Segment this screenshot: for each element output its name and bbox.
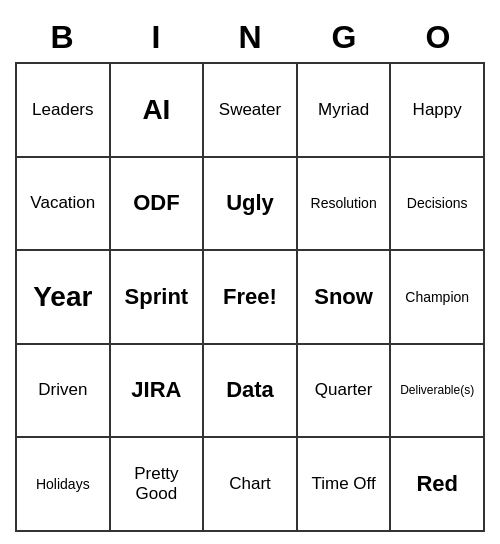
header-letter: G bbox=[297, 12, 391, 62]
bingo-cell-15: Driven bbox=[17, 345, 111, 439]
bingo-header: BINGO bbox=[15, 12, 485, 62]
bingo-cell-22: Chart bbox=[204, 438, 298, 532]
bingo-cell-18: Quarter bbox=[298, 345, 392, 439]
bingo-cell-0: Leaders bbox=[17, 64, 111, 158]
bingo-cell-17: Data bbox=[204, 345, 298, 439]
bingo-cell-3: Myriad bbox=[298, 64, 392, 158]
bingo-cell-24: Red bbox=[391, 438, 485, 532]
bingo-cell-2: Sweater bbox=[204, 64, 298, 158]
bingo-cell-19: Deliverable(s) bbox=[391, 345, 485, 439]
bingo-cell-4: Happy bbox=[391, 64, 485, 158]
bingo-cell-11: Sprint bbox=[111, 251, 205, 345]
bingo-cell-20: Holidays bbox=[17, 438, 111, 532]
header-letter: O bbox=[391, 12, 485, 62]
bingo-cell-12: Free! bbox=[204, 251, 298, 345]
bingo-cell-21: Pretty Good bbox=[111, 438, 205, 532]
bingo-cell-1: AI bbox=[111, 64, 205, 158]
bingo-cell-14: Champion bbox=[391, 251, 485, 345]
header-letter: I bbox=[109, 12, 203, 62]
bingo-cell-13: Snow bbox=[298, 251, 392, 345]
bingo-cell-9: Decisions bbox=[391, 158, 485, 252]
bingo-cell-16: JIRA bbox=[111, 345, 205, 439]
bingo-card: BINGO LeadersAISweaterMyriadHappyVacatio… bbox=[15, 12, 485, 532]
bingo-cell-7: Ugly bbox=[204, 158, 298, 252]
bingo-cell-10: Year bbox=[17, 251, 111, 345]
header-letter: N bbox=[203, 12, 297, 62]
bingo-cell-8: Resolution bbox=[298, 158, 392, 252]
bingo-grid: LeadersAISweaterMyriadHappyVacationODFUg… bbox=[15, 62, 485, 532]
header-letter: B bbox=[15, 12, 109, 62]
bingo-cell-23: Time Off bbox=[298, 438, 392, 532]
bingo-cell-5: Vacation bbox=[17, 158, 111, 252]
bingo-cell-6: ODF bbox=[111, 158, 205, 252]
